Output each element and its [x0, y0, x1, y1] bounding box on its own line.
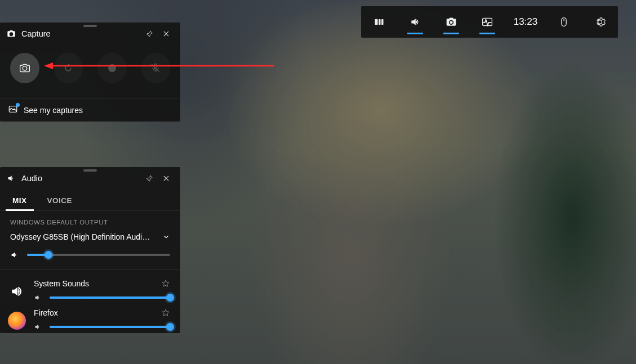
- svg-rect-4: [562, 18, 566, 26]
- mouse-indicator: [546, 6, 582, 38]
- mic-off-icon: [150, 62, 161, 74]
- mic-toggle-button[interactable]: [141, 53, 171, 83]
- audio-panel: Audio MIX VOICE WINDOWS DEFAULT OUTPUT O…: [0, 167, 180, 333]
- mouse-icon: [558, 16, 570, 28]
- default-output-dropdown[interactable]: Odyssey G85SB (High Definition Audio D..…: [0, 230, 180, 247]
- performance-icon: [482, 16, 493, 28]
- widgets-icon: [373, 16, 385, 28]
- master-volume-slider[interactable]: [27, 254, 170, 256]
- app-volume-row: Firefox: [0, 304, 180, 333]
- tab-voice[interactable]: VOICE: [45, 192, 75, 210]
- clock: 13:23: [505, 6, 546, 38]
- app-volume-slider[interactable]: [50, 296, 170, 299]
- see-my-captures-label: See my captures: [24, 106, 83, 115]
- app-name: Firefox: [34, 308, 58, 317]
- speaker-icon: [34, 294, 42, 302]
- default-output-label: WINDOWS DEFAULT OUTPUT: [0, 211, 180, 230]
- audio-title: Audio: [21, 174, 42, 183]
- capture-title: Capture: [21, 29, 51, 38]
- gamebar-system-tray: 13:23: [361, 6, 618, 38]
- gallery-icon: [8, 104, 18, 114]
- favorite-star[interactable]: [161, 279, 170, 288]
- app-volume-row: System Sounds: [0, 275, 180, 304]
- divider: [0, 269, 180, 270]
- tab-mix[interactable]: MIX: [10, 192, 29, 210]
- pin-button[interactable]: [141, 170, 158, 187]
- firefox-icon: [8, 312, 26, 330]
- capture-panel: Capture See my captures: [0, 23, 180, 122]
- speaker-icon: [7, 174, 16, 183]
- speaker-icon: [10, 250, 19, 259]
- camera-icon: [446, 16, 457, 28]
- settings-button[interactable]: [582, 6, 618, 38]
- performance-widget-button[interactable]: [469, 6, 505, 38]
- pin-icon: [145, 174, 153, 182]
- screenshot-button[interactable]: [10, 53, 39, 83]
- speaker-icon: [410, 16, 421, 28]
- close-button[interactable]: [158, 170, 175, 187]
- record-last-button[interactable]: [54, 53, 83, 83]
- close-button[interactable]: [158, 25, 175, 42]
- audio-widget-button[interactable]: [397, 6, 433, 38]
- default-output-name: Odyssey G85SB (High Definition Audio D..…: [10, 232, 151, 241]
- camera-icon: [19, 62, 30, 74]
- close-icon: [162, 30, 170, 38]
- svg-rect-2: [381, 19, 383, 25]
- drag-handle[interactable]: [83, 25, 97, 27]
- app-volume-slider[interactable]: [50, 326, 170, 328]
- favorite-star[interactable]: [161, 308, 170, 317]
- svg-rect-1: [379, 19, 380, 25]
- drag-handle[interactable]: [83, 169, 97, 172]
- system-sounds-icon: [8, 282, 26, 300]
- record-button[interactable]: [97, 53, 127, 83]
- app-name: System Sounds: [34, 279, 89, 288]
- chevron-down-icon: [162, 233, 170, 241]
- record-icon: [108, 64, 116, 72]
- close-icon: [162, 174, 170, 182]
- gear-icon: [594, 16, 606, 28]
- camera-icon: [7, 29, 16, 38]
- pin-button[interactable]: [141, 25, 158, 42]
- see-my-captures[interactable]: See my captures: [0, 98, 180, 122]
- pin-icon: [145, 30, 153, 38]
- capture-widget-button[interactable]: [433, 6, 469, 38]
- record-last-icon: [63, 62, 74, 74]
- widgets-button[interactable]: [361, 6, 397, 38]
- speaker-icon: [34, 323, 42, 331]
- svg-rect-0: [375, 19, 378, 25]
